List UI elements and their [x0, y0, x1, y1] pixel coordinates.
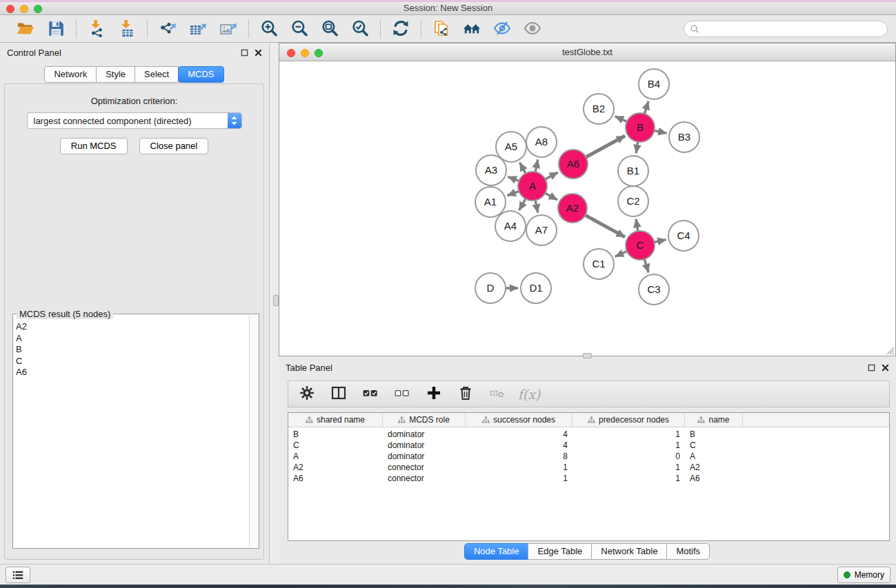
close-panel-button[interactable]: Close panel [139, 138, 209, 154]
graph-node-A5[interactable]: A5 [496, 132, 526, 162]
column-header-shared-name[interactable]: shared name [288, 413, 383, 427]
graph-node-A8[interactable]: A8 [526, 127, 557, 157]
graph-node-A6[interactable]: A6 [559, 150, 588, 179]
refresh-button[interactable] [390, 19, 412, 39]
import-table-button[interactable] [116, 19, 138, 39]
resize-grip-icon[interactable] [884, 345, 895, 355]
column-header-successor-nodes[interactable]: successor nodes [466, 413, 573, 427]
graph-node-B2[interactable]: B2 [584, 94, 614, 124]
table-row[interactable]: A2connector11A2 [288, 462, 889, 473]
run-mcds-button[interactable]: Run MCDS [60, 138, 128, 154]
table-row[interactable]: Bdominator41B [288, 429, 889, 440]
table-row[interactable]: Cdominator41C [288, 440, 889, 451]
graph-node-D[interactable]: D [475, 273, 506, 303]
network-zoom-icon[interactable] [315, 49, 323, 57]
float-panel-icon[interactable] [868, 364, 875, 372]
search-field[interactable] [684, 21, 888, 37]
table-cell[interactable]: 4 [466, 429, 573, 439]
table-cell[interactable]: dominator [383, 452, 466, 461]
columns-button[interactable] [326, 383, 352, 405]
export-image-button[interactable] [217, 19, 239, 39]
close-panel-icon[interactable] [882, 364, 889, 372]
result-list-item[interactable]: A6 [16, 367, 248, 378]
table-cell[interactable]: 8 [466, 452, 573, 461]
table-cell[interactable]: 1 [573, 474, 685, 483]
tab-select[interactable]: Select [135, 66, 179, 83]
deselect-all-button[interactable] [389, 383, 415, 405]
result-list-item[interactable]: A2 [16, 321, 248, 333]
table-row[interactable]: Adominator80A [288, 451, 889, 462]
graph-node-C3[interactable]: C3 [639, 274, 669, 305]
table-cell[interactable]: B [288, 429, 383, 439]
zoom-window-icon[interactable] [34, 5, 42, 13]
table-cell[interactable]: dominator [383, 440, 466, 450]
result-scrollbar[interactable] [249, 315, 259, 547]
graph-node-B1[interactable]: B1 [618, 156, 648, 186]
column-header-predecessor-nodes[interactable]: predecessor nodes [573, 413, 685, 427]
graph-node-C[interactable]: C [626, 231, 655, 260]
result-list-item[interactable]: C [16, 356, 248, 367]
network-close-icon[interactable] [287, 49, 295, 57]
import-network-button[interactable] [86, 19, 108, 39]
close-panel-icon[interactable] [255, 49, 262, 57]
memory-button[interactable]: Memory [837, 567, 890, 583]
graph-node-A[interactable]: A [518, 172, 547, 201]
column-header-name[interactable]: name [685, 413, 743, 427]
table-cell[interactable]: 1 [573, 440, 685, 450]
table-cell[interactable]: A2 [685, 463, 743, 472]
table-cell[interactable]: dominator [383, 429, 466, 439]
result-list-item[interactable]: B [16, 344, 248, 356]
table-cell[interactable]: A6 [288, 474, 383, 483]
graph-node-C4[interactable]: C4 [668, 221, 699, 251]
float-panel-icon[interactable] [241, 49, 248, 57]
network-minimize-icon[interactable] [301, 49, 309, 57]
table-cell[interactable]: A6 [685, 474, 743, 483]
duplicate-network-button[interactable] [430, 19, 452, 39]
eye-button[interactable] [521, 19, 544, 39]
homes-button[interactable] [461, 19, 483, 39]
graph-node-A3[interactable]: A3 [476, 155, 506, 185]
search-input[interactable] [703, 24, 882, 34]
graph-node-D1[interactable]: D1 [521, 273, 551, 303]
table-cell[interactable]: A [288, 452, 383, 461]
minimize-window-icon[interactable] [20, 5, 28, 13]
graph-node-B4[interactable]: B4 [639, 69, 669, 99]
tab-motifs[interactable]: Motifs [666, 543, 710, 560]
panel-splitter-handle-horizontal[interactable] [583, 353, 592, 358]
tab-mcds[interactable]: MCDS [178, 66, 223, 83]
table-cell[interactable]: C [685, 440, 743, 450]
graph-node-C2[interactable]: C2 [618, 186, 648, 216]
graph-node-B[interactable]: B [626, 113, 655, 142]
eye-slash-button[interactable] [491, 19, 513, 39]
graph-node-A4[interactable]: A4 [495, 211, 526, 241]
panel-splitter-handle-vertical[interactable] [273, 295, 279, 306]
delete-column-button[interactable] [452, 383, 479, 405]
close-window-icon[interactable] [6, 5, 14, 13]
table-cell[interactable]: 0 [573, 452, 685, 461]
tab-style[interactable]: Style [96, 66, 135, 83]
table-cell[interactable]: 1 [466, 474, 573, 483]
zoom-out-button[interactable] [288, 19, 310, 39]
zoom-selected-button[interactable] [349, 19, 371, 39]
zoom-fit-button[interactable] [319, 19, 341, 39]
table-cell[interactable]: 1 [573, 429, 685, 439]
save-button[interactable] [45, 19, 67, 39]
export-network-button[interactable] [157, 19, 179, 39]
graph-node-B3[interactable]: B3 [669, 122, 699, 152]
table-cell[interactable]: 1 [573, 463, 685, 472]
select-all-button[interactable] [357, 383, 384, 405]
tab-network-table[interactable]: Network Table [591, 543, 667, 560]
table-cell[interactable]: connector [383, 474, 466, 483]
network-canvas[interactable]: AA1A2A3A4A5A6A7A8BB1B2B3B4CC1C2C3C4DD1 [279, 61, 895, 356]
network-window-titlebar[interactable]: testGlobe.txt [279, 43, 895, 61]
table-row[interactable]: A6connector11A6 [288, 473, 889, 484]
task-history-button[interactable] [6, 567, 30, 583]
add-column-button[interactable] [421, 383, 447, 405]
table-cell[interactable]: A2 [288, 463, 383, 472]
column-header-mcds-role[interactable]: MCDS role [383, 413, 466, 427]
table-cell[interactable]: C [288, 440, 383, 450]
table-cell[interactable]: B [685, 429, 743, 439]
graph-node-C1[interactable]: C1 [584, 249, 614, 279]
graph-node-A1[interactable]: A1 [475, 187, 506, 217]
zoom-in-button[interactable] [258, 19, 280, 39]
